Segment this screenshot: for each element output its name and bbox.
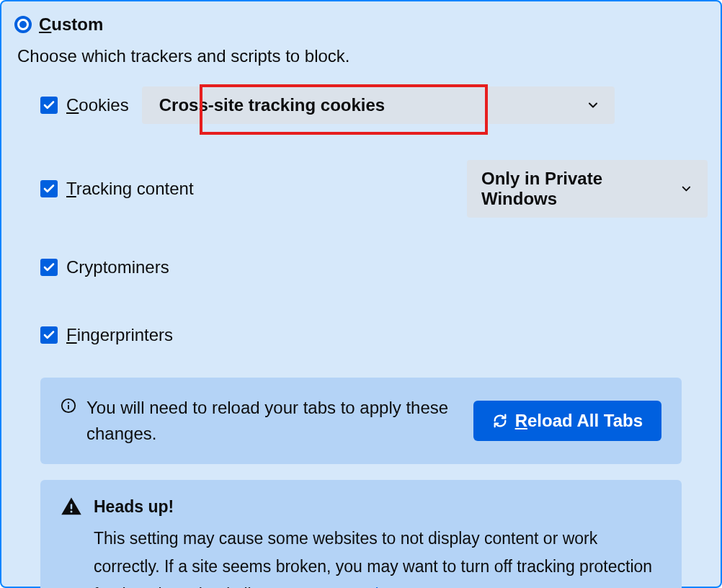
tracking-label-rest: racking content xyxy=(76,179,194,198)
fingerprinters-label-accesskey: F xyxy=(66,325,77,344)
warning-header: Heads up! xyxy=(61,496,661,517)
fingerprinters-checkbox[interactable] xyxy=(40,326,58,344)
reload-info-box: You will need to reload your tabs to app… xyxy=(40,378,682,464)
tracking-label-accesskey: T xyxy=(66,179,76,198)
cookies-label-rest: ookies xyxy=(79,95,128,115)
cryptominers-checkbox[interactable] xyxy=(40,259,58,276)
check-icon xyxy=(43,329,55,342)
reload-icon xyxy=(492,413,508,429)
tracking-label[interactable]: Tracking content xyxy=(66,179,194,199)
custom-label-rest: ustom xyxy=(51,14,103,34)
cookies-dropdown-value: Cross-site tracking cookies xyxy=(159,95,385,115)
radio-selected-dot xyxy=(19,21,27,28)
check-icon xyxy=(43,182,55,195)
fingerprinters-label[interactable]: Fingerprinters xyxy=(66,325,173,345)
reload-button-label: Reload All Tabs xyxy=(515,411,643,431)
fingerprinters-row: Fingerprinters xyxy=(40,317,708,353)
warning-icon xyxy=(61,496,82,517)
cookies-checkbox[interactable] xyxy=(40,97,58,114)
tracking-content-row: Tracking content Only in Private Windows xyxy=(40,160,708,218)
custom-description: Choose which trackers and scripts to blo… xyxy=(17,46,708,66)
custom-protection-panel: Custom Choose which trackers and scripts… xyxy=(0,0,722,588)
cookies-row: Cookies Cross-site tracking cookies xyxy=(40,86,708,124)
warning-message: This setting may cause some websites to … xyxy=(94,529,652,588)
chevron-down-icon xyxy=(586,98,600,112)
warning-title: Heads up! xyxy=(94,497,174,517)
tracking-dropdown-value: Only in Private Windows xyxy=(481,169,671,209)
learn-how-link[interactable]: Learn how xyxy=(328,585,405,588)
reload-button-rest: eload All Tabs xyxy=(527,411,643,430)
cookies-label-accesskey: C xyxy=(66,95,79,115)
svg-rect-3 xyxy=(71,504,73,509)
cryptominers-row: Cryptominers xyxy=(40,249,708,285)
svg-point-1 xyxy=(68,402,69,404)
check-icon xyxy=(43,99,55,112)
check-icon xyxy=(43,261,55,274)
info-icon xyxy=(61,398,76,414)
reload-all-tabs-button[interactable]: Reload All Tabs xyxy=(473,401,661,441)
custom-header-row: Custom xyxy=(14,14,708,35)
tracking-dropdown[interactable]: Only in Private Windows xyxy=(467,160,708,218)
custom-radio[interactable] xyxy=(14,16,32,33)
reload-button-accesskey: R xyxy=(515,411,527,430)
fingerprinters-label-rest: ingerprinters xyxy=(77,325,173,344)
custom-header-label[interactable]: Custom xyxy=(39,14,103,35)
cryptominers-label[interactable]: Cryptominers xyxy=(66,257,169,277)
custom-label-accesskey: C xyxy=(39,14,51,34)
chevron-down-icon xyxy=(679,182,693,196)
svg-point-4 xyxy=(71,510,73,512)
tracking-checkbox[interactable] xyxy=(40,180,58,197)
svg-rect-2 xyxy=(68,405,69,409)
heads-up-warning-box: Heads up! This setting may cause some we… xyxy=(40,480,682,588)
reload-info-text: You will need to reload your tabs to app… xyxy=(86,395,463,447)
cookies-label[interactable]: Cookies xyxy=(66,95,129,115)
warning-text: This setting may cause some websites to … xyxy=(94,525,661,588)
cookies-dropdown[interactable]: Cross-site tracking cookies xyxy=(142,86,615,124)
